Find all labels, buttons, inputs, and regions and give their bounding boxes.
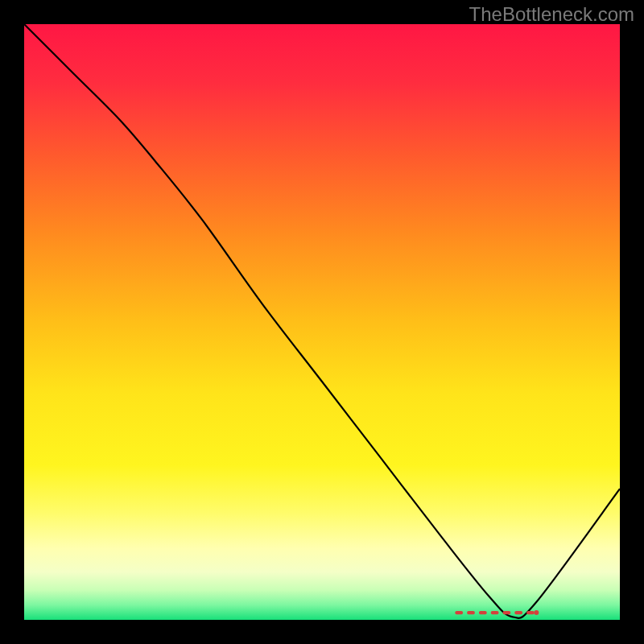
svg-rect-0 bbox=[455, 611, 463, 614]
svg-rect-4 bbox=[502, 611, 510, 614]
svg-rect-1 bbox=[467, 611, 475, 614]
watermark-text: TheBottleneck.com bbox=[469, 3, 634, 26]
chart-svg bbox=[24, 24, 620, 620]
svg-rect-3 bbox=[491, 611, 499, 614]
chart-frame: TheBottleneck.com bbox=[0, 0, 644, 644]
svg-rect-5 bbox=[514, 611, 522, 614]
svg-rect-2 bbox=[479, 611, 487, 614]
plot-area bbox=[24, 24, 620, 620]
svg-point-7 bbox=[534, 610, 539, 615]
svg-rect-6 bbox=[526, 611, 535, 614]
